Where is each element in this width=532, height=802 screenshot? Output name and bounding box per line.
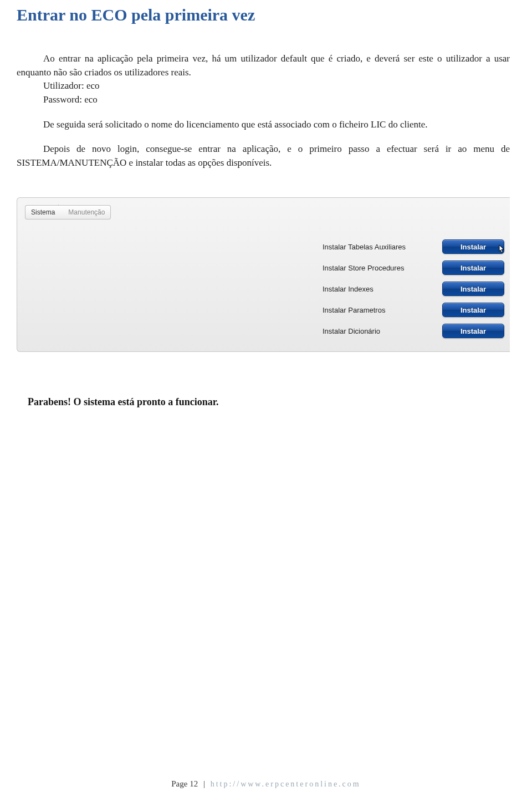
install-button-label: Instalar xyxy=(461,285,486,293)
paragraph-3: Depois de novo login, consegue-se entrar… xyxy=(17,142,510,170)
install-button-tabelas[interactable]: Instalar xyxy=(442,239,504,254)
pointer-cursor-icon xyxy=(496,244,507,258)
app-screenshot-panel: SistemaManutenção Instalar Tabelas Auxil… xyxy=(17,197,510,352)
install-row: Instalar Store Procedures Instalar xyxy=(323,260,504,275)
install-label-tabelas: Instalar Tabelas Auxiliares xyxy=(323,243,433,251)
paragraph-1: Ao entrar na aplicação pela primeira vez… xyxy=(17,52,510,79)
install-button-label: Instalar xyxy=(461,327,486,335)
breadcrumb-sistema[interactable]: Sistema xyxy=(25,205,58,219)
install-row: Instalar Indexes Instalar xyxy=(323,282,504,296)
install-row: Instalar Parametros Instalar xyxy=(323,303,504,317)
breadcrumb: SistemaManutenção xyxy=(17,198,510,223)
install-button-dicionario[interactable]: Instalar xyxy=(442,324,504,338)
install-label-parametros: Instalar Parametros xyxy=(323,306,433,314)
install-button-label: Instalar xyxy=(461,243,486,251)
install-label-procedures: Instalar Store Procedures xyxy=(323,264,433,272)
page-heading: Entrar no ECO pela primeira vez xyxy=(17,6,510,24)
paragraph-2: De seguida será solicitado o nome do lic… xyxy=(17,118,510,132)
breadcrumb-manutencao[interactable]: Manutenção xyxy=(58,205,111,219)
footer-separator: | xyxy=(203,779,205,788)
page-footer: Page 12 | http://www.erpcenteronline.com xyxy=(0,779,532,789)
install-label-indexes: Instalar Indexes xyxy=(323,285,433,293)
install-button-label: Instalar xyxy=(461,306,486,314)
install-button-indexes[interactable]: Instalar xyxy=(442,282,504,296)
install-button-label: Instalar xyxy=(461,264,486,272)
closing-message: Parabens! O sistema está pronto a funcio… xyxy=(28,396,510,408)
credential-user: Utilizador: eco xyxy=(43,79,510,93)
install-button-parametros[interactable]: Instalar xyxy=(442,303,504,317)
footer-url: http://www.erpcenteronline.com xyxy=(211,780,361,788)
install-row: Instalar Dicionário Instalar xyxy=(323,324,504,338)
install-list: Instalar Tabelas Auxiliares Instalar Ins… xyxy=(17,223,510,351)
credential-password: Password: eco xyxy=(43,93,510,107)
install-button-procedures[interactable]: Instalar xyxy=(442,260,504,275)
page-number: Page 12 xyxy=(171,779,198,788)
install-label-dicionario: Instalar Dicionário xyxy=(323,327,433,335)
install-row: Instalar Tabelas Auxiliares Instalar xyxy=(323,239,504,254)
